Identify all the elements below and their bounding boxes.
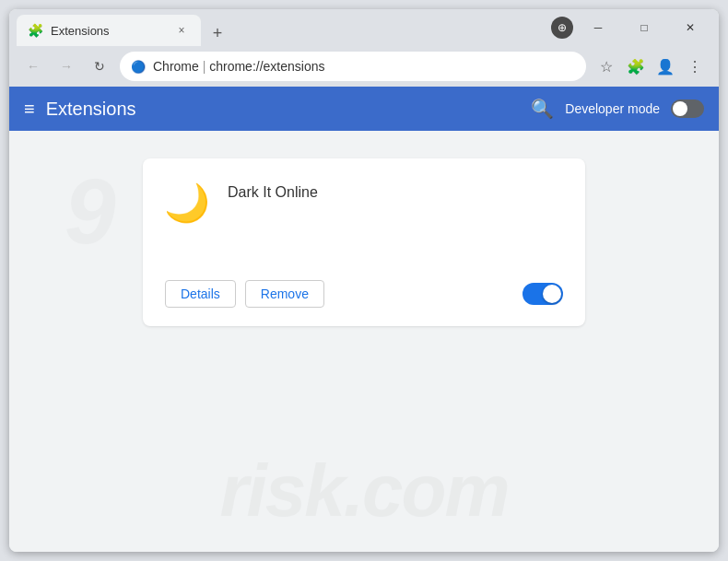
profile-button[interactable]: 👤 — [652, 53, 678, 79]
card-bottom: Details Remove — [165, 280, 563, 308]
profile-circle-icon[interactable]: ⊕ — [551, 17, 573, 39]
url-chrome-label: Chrome — [153, 59, 199, 74]
extension-name: Dark It Online — [228, 181, 318, 201]
tab-close-button[interactable]: × — [173, 22, 190, 39]
close-button[interactable]: ✕ — [669, 14, 711, 41]
developer-mode-label: Developer mode — [565, 101, 660, 116]
url-bar[interactable]: 🔵 Chrome | chrome://extensions — [120, 52, 586, 81]
extensions-page-title: Extensions — [46, 99, 521, 120]
search-icon[interactable]: 🔍 — [531, 98, 554, 120]
extensions-toolbar-button[interactable]: 🧩 — [623, 53, 649, 79]
extension-logo: 🌙 — [165, 181, 209, 225]
tabs-area: 🧩 Extensions × + — [17, 9, 551, 46]
developer-mode-toggle[interactable] — [671, 99, 704, 118]
details-button[interactable]: Details — [165, 280, 236, 308]
forward-button[interactable]: → — [53, 53, 79, 79]
extensions-header: ≡ Extensions 🔍 Developer mode — [9, 87, 719, 131]
menu-button[interactable]: ⋮ — [682, 53, 708, 79]
window-controls: ─ □ ✕ — [577, 14, 711, 41]
extension-enable-toggle[interactable] — [523, 283, 563, 305]
address-bar: ← → ↻ 🔵 Chrome | chrome://extensions ☆ 🧩… — [9, 46, 719, 87]
new-tab-button[interactable]: + — [205, 20, 230, 46]
site-favicon: 🔵 — [131, 60, 146, 74]
watermark-bottom: risk.com — [219, 449, 508, 533]
card-top: 🌙 Dark It Online — [165, 181, 563, 225]
tab-extension-icon: 🧩 — [28, 23, 43, 38]
watermark-top: 9 — [65, 158, 116, 264]
browser-window: 🧩 Extensions × + ⊕ ─ □ ✕ ← → ↻ 🔵 Chrome … — [9, 9, 719, 552]
url-path: chrome://extensions — [209, 59, 324, 74]
back-button[interactable]: ← — [20, 53, 46, 79]
remove-button[interactable]: Remove — [245, 280, 324, 308]
bookmark-button[interactable]: ☆ — [593, 53, 619, 79]
active-tab[interactable]: 🧩 Extensions × — [17, 15, 201, 46]
url-text: Chrome | chrome://extensions — [153, 59, 575, 74]
minimize-button[interactable]: ─ — [577, 14, 619, 41]
main-content: 9 🌙 Dark It Online Details Remove risk.c… — [9, 131, 719, 552]
toggle-knob — [673, 101, 687, 116]
reload-button[interactable]: ↻ — [87, 53, 112, 79]
maximize-button[interactable]: □ — [623, 14, 665, 41]
toolbar-icons: ☆ 🧩 👤 ⋮ — [593, 53, 708, 79]
tab-title: Extensions — [51, 24, 166, 38]
hamburger-icon[interactable]: ≡ — [24, 99, 35, 120]
extension-toggle-knob — [543, 285, 561, 303]
title-bar: 🧩 Extensions × + ⊕ ─ □ ✕ — [9, 9, 719, 46]
moon-icon: 🌙 — [164, 184, 210, 221]
extension-card: 🌙 Dark It Online Details Remove — [143, 158, 585, 326]
